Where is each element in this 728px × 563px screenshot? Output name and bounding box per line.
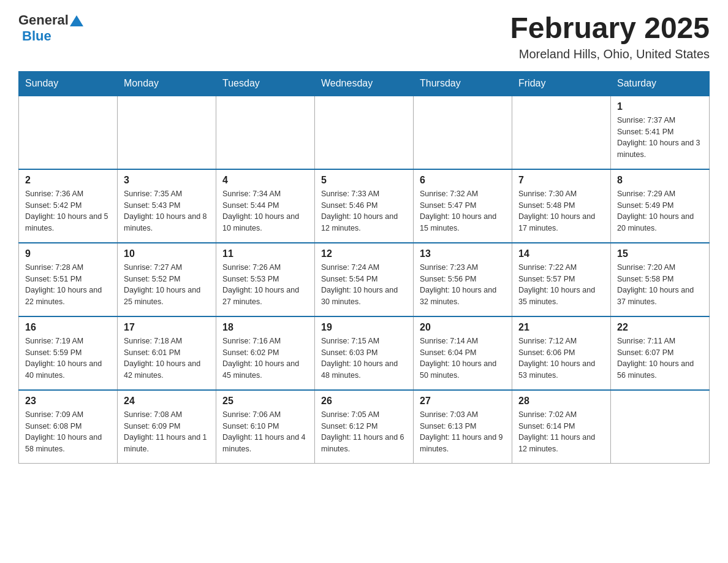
- day-number: 25: [222, 396, 308, 407]
- day-number: 5: [321, 175, 407, 186]
- col-wednesday: Wednesday: [315, 71, 414, 96]
- calendar-cell-w4-d5: 28Sunrise: 7:02 AMSunset: 6:14 PMDayligh…: [512, 390, 611, 464]
- day-info: Sunrise: 7:29 AMSunset: 5:49 PMDaylight:…: [617, 188, 703, 234]
- calendar-cell-w0-d3: [315, 96, 414, 169]
- day-number: 3: [124, 175, 210, 186]
- day-info: Sunrise: 7:16 AMSunset: 6:02 PMDaylight:…: [222, 335, 308, 381]
- day-number: 9: [25, 248, 111, 259]
- day-info: Sunrise: 7:34 AMSunset: 5:44 PMDaylight:…: [222, 188, 308, 234]
- col-friday: Friday: [512, 71, 611, 96]
- day-number: 26: [321, 396, 407, 407]
- day-number: 20: [420, 322, 506, 333]
- day-info: Sunrise: 7:11 AMSunset: 6:07 PMDaylight:…: [617, 335, 703, 381]
- day-info: Sunrise: 7:08 AMSunset: 6:09 PMDaylight:…: [124, 409, 210, 455]
- calendar-cell-w3-d5: 21Sunrise: 7:12 AMSunset: 6:06 PMDayligh…: [512, 316, 611, 390]
- calendar-cell-w1-d6: 8Sunrise: 7:29 AMSunset: 5:49 PMDaylight…: [611, 169, 710, 243]
- calendar-cell-w2-d3: 12Sunrise: 7:24 AMSunset: 5:54 PMDayligh…: [315, 243, 414, 316]
- col-sunday: Sunday: [19, 71, 118, 96]
- day-number: 21: [518, 322, 604, 333]
- day-info: Sunrise: 7:14 AMSunset: 6:04 PMDaylight:…: [420, 335, 506, 381]
- calendar-cell-w1-d0: 2Sunrise: 7:36 AMSunset: 5:42 PMDaylight…: [19, 169, 118, 243]
- page-header: General Blue February 2025 Moreland Hill…: [18, 12, 710, 61]
- day-number: 2: [25, 175, 111, 186]
- day-info: Sunrise: 7:26 AMSunset: 5:53 PMDaylight:…: [222, 262, 308, 308]
- day-number: 10: [124, 248, 210, 259]
- calendar-cell-w2-d6: 15Sunrise: 7:20 AMSunset: 5:58 PMDayligh…: [611, 243, 710, 316]
- day-info: Sunrise: 7:19 AMSunset: 5:59 PMDaylight:…: [25, 335, 111, 381]
- logo-blue-text: Blue: [22, 28, 51, 44]
- col-tuesday: Tuesday: [216, 71, 315, 96]
- week-row-1: 2Sunrise: 7:36 AMSunset: 5:42 PMDaylight…: [19, 169, 710, 243]
- day-number: 27: [420, 396, 506, 407]
- calendar-cell-w2-d2: 11Sunrise: 7:26 AMSunset: 5:53 PMDayligh…: [216, 243, 315, 316]
- day-info: Sunrise: 7:03 AMSunset: 6:13 PMDaylight:…: [420, 409, 506, 455]
- day-number: 12: [321, 248, 407, 259]
- calendar-cell-w1-d4: 6Sunrise: 7:32 AMSunset: 5:47 PMDaylight…: [414, 169, 512, 243]
- day-number: 8: [617, 175, 703, 186]
- day-info: Sunrise: 7:32 AMSunset: 5:47 PMDaylight:…: [420, 188, 506, 234]
- calendar-cell-w3-d3: 19Sunrise: 7:15 AMSunset: 6:03 PMDayligh…: [315, 316, 414, 390]
- day-number: 7: [518, 175, 604, 186]
- location-subtitle: Moreland Hills, Ohio, United States: [510, 47, 710, 61]
- title-block: February 2025 Moreland Hills, Ohio, Unit…: [510, 12, 710, 61]
- calendar-cell-w3-d1: 17Sunrise: 7:18 AMSunset: 6:01 PMDayligh…: [118, 316, 216, 390]
- day-info: Sunrise: 7:33 AMSunset: 5:46 PMDaylight:…: [321, 188, 407, 234]
- day-info: Sunrise: 7:27 AMSunset: 5:52 PMDaylight:…: [124, 262, 210, 308]
- calendar-cell-w3-d4: 20Sunrise: 7:14 AMSunset: 6:04 PMDayligh…: [414, 316, 512, 390]
- day-number: 11: [222, 248, 308, 259]
- calendar-cell-w3-d6: 22Sunrise: 7:11 AMSunset: 6:07 PMDayligh…: [611, 316, 710, 390]
- day-info: Sunrise: 7:30 AMSunset: 5:48 PMDaylight:…: [518, 188, 604, 234]
- day-number: 17: [124, 322, 210, 333]
- col-thursday: Thursday: [414, 71, 512, 96]
- calendar-cell-w4-d1: 24Sunrise: 7:08 AMSunset: 6:09 PMDayligh…: [118, 390, 216, 464]
- day-info: Sunrise: 7:12 AMSunset: 6:06 PMDaylight:…: [518, 335, 604, 381]
- calendar-cell-w4-d2: 25Sunrise: 7:06 AMSunset: 6:10 PMDayligh…: [216, 390, 315, 464]
- day-number: 13: [420, 248, 506, 259]
- calendar-cell-w0-d0: [19, 96, 118, 169]
- day-number: 15: [617, 248, 703, 259]
- day-info: Sunrise: 7:36 AMSunset: 5:42 PMDaylight:…: [25, 188, 111, 234]
- calendar-cell-w3-d0: 16Sunrise: 7:19 AMSunset: 5:59 PMDayligh…: [19, 316, 118, 390]
- day-info: Sunrise: 7:24 AMSunset: 5:54 PMDaylight:…: [321, 262, 407, 308]
- col-monday: Monday: [118, 71, 216, 96]
- day-number: 1: [617, 101, 703, 112]
- day-number: 24: [124, 396, 210, 407]
- col-saturday: Saturday: [611, 71, 710, 96]
- day-info: Sunrise: 7:06 AMSunset: 6:10 PMDaylight:…: [222, 409, 308, 455]
- calendar-cell-w4-d4: 27Sunrise: 7:03 AMSunset: 6:13 PMDayligh…: [414, 390, 512, 464]
- day-number: 14: [518, 248, 604, 259]
- day-info: Sunrise: 7:23 AMSunset: 5:56 PMDaylight:…: [420, 262, 506, 308]
- logo-general-text: General: [18, 12, 69, 28]
- calendar-cell-w2-d1: 10Sunrise: 7:27 AMSunset: 5:52 PMDayligh…: [118, 243, 216, 316]
- day-info: Sunrise: 7:02 AMSunset: 6:14 PMDaylight:…: [518, 409, 604, 455]
- calendar-cell-w4-d6: [611, 390, 710, 464]
- day-info: Sunrise: 7:37 AMSunset: 5:41 PMDaylight:…: [617, 115, 703, 161]
- week-row-3: 16Sunrise: 7:19 AMSunset: 5:59 PMDayligh…: [19, 316, 710, 390]
- day-info: Sunrise: 7:35 AMSunset: 5:43 PMDaylight:…: [124, 188, 210, 234]
- week-row-2: 9Sunrise: 7:28 AMSunset: 5:51 PMDaylight…: [19, 243, 710, 316]
- calendar-table: Sunday Monday Tuesday Wednesday Thursday…: [18, 71, 710, 464]
- calendar-cell-w1-d1: 3Sunrise: 7:35 AMSunset: 5:43 PMDaylight…: [118, 169, 216, 243]
- day-number: 6: [420, 175, 506, 186]
- calendar-cell-w1-d2: 4Sunrise: 7:34 AMSunset: 5:44 PMDaylight…: [216, 169, 315, 243]
- calendar-cell-w0-d1: [118, 96, 216, 169]
- calendar-cell-w1-d5: 7Sunrise: 7:30 AMSunset: 5:48 PMDaylight…: [512, 169, 611, 243]
- day-info: Sunrise: 7:22 AMSunset: 5:57 PMDaylight:…: [518, 262, 604, 308]
- month-title: February 2025: [510, 12, 710, 45]
- day-number: 28: [518, 396, 604, 407]
- svg-marker-0: [70, 15, 83, 26]
- logo-icon: [70, 14, 83, 28]
- calendar-cell-w0-d2: [216, 96, 315, 169]
- calendar-cell-w2-d0: 9Sunrise: 7:28 AMSunset: 5:51 PMDaylight…: [19, 243, 118, 316]
- week-row-0: 1Sunrise: 7:37 AMSunset: 5:41 PMDaylight…: [19, 96, 710, 169]
- day-info: Sunrise: 7:05 AMSunset: 6:12 PMDaylight:…: [321, 409, 407, 455]
- calendar-cell-w2-d5: 14Sunrise: 7:22 AMSunset: 5:57 PMDayligh…: [512, 243, 611, 316]
- day-info: Sunrise: 7:15 AMSunset: 6:03 PMDaylight:…: [321, 335, 407, 381]
- calendar-cell-w0-d4: [414, 96, 512, 169]
- day-number: 23: [25, 396, 111, 407]
- day-info: Sunrise: 7:20 AMSunset: 5:58 PMDaylight:…: [617, 262, 703, 308]
- logo: General Blue: [18, 12, 83, 44]
- day-number: 19: [321, 322, 407, 333]
- calendar-cell-w3-d2: 18Sunrise: 7:16 AMSunset: 6:02 PMDayligh…: [216, 316, 315, 390]
- calendar-header-row: Sunday Monday Tuesday Wednesday Thursday…: [19, 71, 710, 96]
